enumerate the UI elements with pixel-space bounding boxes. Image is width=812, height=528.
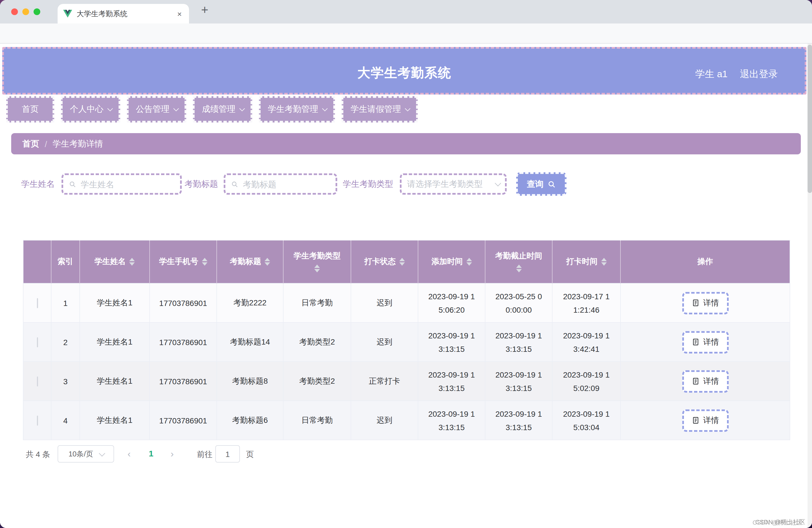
student-name-input[interactable] bbox=[61, 173, 182, 195]
student-name-field[interactable] bbox=[81, 179, 174, 189]
nav-item-home[interactable]: 首页 bbox=[6, 96, 54, 123]
browser-tab[interactable]: 大学生考勤系统 × bbox=[58, 4, 189, 24]
column-clock-time[interactable]: 打卡时间 bbox=[552, 240, 621, 283]
column-label: 添加时间 bbox=[432, 257, 463, 266]
row-checkbox[interactable] bbox=[37, 415, 38, 425]
scrollbar-thumb[interactable] bbox=[808, 45, 812, 193]
cell-name: 学生姓名1 bbox=[80, 361, 149, 401]
goto-label: 前往 bbox=[197, 450, 213, 460]
tab-close-icon[interactable]: × bbox=[176, 9, 184, 18]
column-status[interactable]: 打卡状态 bbox=[351, 240, 418, 283]
cell-name: 学生姓名1 bbox=[80, 323, 149, 361]
breadcrumb-separator: / bbox=[45, 139, 47, 148]
row-checkbox[interactable] bbox=[37, 298, 38, 308]
attendance-type-select[interactable]: 请选择学生考勤类型 bbox=[400, 173, 507, 195]
close-window-button[interactable] bbox=[11, 9, 18, 15]
sort-caret-icon[interactable] bbox=[399, 258, 405, 266]
cell-name: 学生姓名1 bbox=[80, 401, 149, 440]
cell-add-time: 2023-09-19 15:06:20 bbox=[418, 283, 485, 323]
document-icon bbox=[692, 299, 699, 307]
next-page-icon[interactable]: › bbox=[171, 448, 174, 460]
table-header-row: 索引 学生姓名 学生手机号 考勤标题 学生考勤类型 打卡状态 添加时间 考勤截止… bbox=[23, 240, 790, 283]
cell-type: 考勤类型2 bbox=[283, 361, 351, 401]
cell-name: 学生姓名1 bbox=[80, 283, 149, 323]
cell-deadline: 2023-09-19 13:13:15 bbox=[485, 323, 552, 361]
chevron-down-icon bbox=[322, 106, 328, 111]
sort-caret-icon[interactable] bbox=[129, 258, 135, 266]
app-title: 大学生考勤系统 bbox=[4, 64, 805, 82]
new-tab-button[interactable]: + bbox=[197, 2, 213, 18]
detail-button[interactable]: 详情 bbox=[682, 409, 728, 431]
column-title[interactable]: 考勤标题 bbox=[217, 240, 283, 283]
minimize-window-button[interactable] bbox=[23, 9, 29, 15]
detail-button[interactable]: 详情 bbox=[682, 292, 728, 314]
column-label: 学生考勤类型 bbox=[294, 251, 340, 261]
zoom-window-button[interactable] bbox=[33, 9, 40, 15]
search-button[interactable]: 查询 bbox=[516, 172, 566, 196]
total-count-label: 共 4 条 bbox=[26, 450, 50, 460]
table-row: 3 学生姓名1 17703786901 考勤标题8 考勤类型2 正常打卡 202… bbox=[23, 361, 790, 401]
column-label: 考勤标题 bbox=[230, 257, 261, 266]
cell-phone: 17703786901 bbox=[149, 283, 217, 323]
current-page-number[interactable]: 1 bbox=[149, 448, 154, 458]
page-scrollbar[interactable] bbox=[808, 44, 812, 528]
breadcrumb-home[interactable]: 首页 bbox=[23, 139, 39, 149]
current-user-label[interactable]: 学生 a1 bbox=[695, 68, 727, 81]
search-icon bbox=[548, 180, 556, 188]
cell-index: 1 bbox=[51, 283, 80, 323]
page-size-select[interactable]: 10条/页 bbox=[58, 445, 114, 462]
header-checkbox-cell bbox=[23, 240, 51, 283]
sort-caret-icon[interactable] bbox=[516, 265, 521, 272]
detail-button[interactable]: 详情 bbox=[682, 331, 728, 353]
nav-item-personal-center[interactable]: 个人中心 bbox=[61, 96, 120, 123]
chevron-down-icon bbox=[495, 180, 501, 187]
main-nav: 首页 个人中心 公告管理 成绩管理 学生考勤管理 学生请假管理 bbox=[6, 96, 418, 123]
select-placeholder: 请选择学生考勤类型 bbox=[407, 179, 491, 189]
row-checkbox[interactable] bbox=[37, 337, 38, 347]
attendance-title-field[interactable] bbox=[243, 179, 330, 189]
document-icon bbox=[692, 338, 699, 346]
nav-label: 成绩管理 bbox=[202, 104, 235, 115]
cell-clock-time: 2023-09-19 13:42:41 bbox=[552, 323, 621, 361]
chevron-down-icon bbox=[405, 106, 410, 111]
sort-caret-icon[interactable] bbox=[601, 258, 607, 266]
cell-phone: 17703786901 bbox=[149, 361, 217, 401]
page-size-value: 10条/页 bbox=[69, 449, 93, 459]
cell-phone: 17703786901 bbox=[149, 401, 217, 440]
browser-window: 大学生考勤系统 × + ← → ⟳ i localhost:8080/daxue… bbox=[0, 0, 812, 528]
detail-label: 详情 bbox=[703, 376, 719, 386]
logout-link[interactable]: 退出登录 bbox=[740, 68, 778, 81]
goto-page-input[interactable] bbox=[215, 445, 240, 462]
search-icon bbox=[231, 180, 238, 188]
cell-deadline: 2023-05-25 00:00:00 bbox=[485, 283, 552, 323]
sort-caret-icon[interactable] bbox=[466, 258, 472, 266]
nav-item-leave[interactable]: 学生请假管理 bbox=[342, 96, 418, 123]
detail-label: 详情 bbox=[703, 298, 719, 308]
column-add-time[interactable]: 添加时间 bbox=[418, 240, 485, 283]
column-student-name[interactable]: 学生姓名 bbox=[80, 240, 149, 283]
cell-status: 迟到 bbox=[351, 401, 418, 440]
nav-item-grades[interactable]: 成绩管理 bbox=[193, 96, 252, 123]
vue-favicon-icon bbox=[63, 10, 72, 18]
prev-page-icon[interactable]: ‹ bbox=[128, 448, 131, 460]
nav-label: 首页 bbox=[22, 104, 39, 115]
cell-title: 考勤2222 bbox=[217, 283, 283, 323]
nav-item-attendance[interactable]: 学生考勤管理 bbox=[259, 96, 335, 123]
sort-caret-icon[interactable] bbox=[202, 258, 207, 266]
row-checkbox[interactable] bbox=[37, 376, 38, 386]
column-actions: 操作 bbox=[621, 240, 790, 283]
cell-title: 考勤标题14 bbox=[217, 323, 283, 361]
breadcrumb-current: 学生考勤详情 bbox=[53, 139, 103, 149]
column-phone[interactable]: 学生手机号 bbox=[149, 240, 217, 283]
nav-item-announcement[interactable]: 公告管理 bbox=[127, 96, 186, 123]
tab-strip: 大学生考勤系统 × + bbox=[0, 0, 812, 24]
attendance-title-input[interactable] bbox=[224, 173, 337, 195]
nav-label: 公告管理 bbox=[136, 104, 170, 115]
search-button-label: 查询 bbox=[527, 179, 543, 189]
column-label: 打卡时间 bbox=[566, 257, 597, 266]
sort-caret-icon[interactable] bbox=[264, 258, 270, 266]
column-type[interactable]: 学生考勤类型 bbox=[283, 240, 351, 283]
column-deadline[interactable]: 考勤截止时间 bbox=[485, 240, 552, 283]
detail-button[interactable]: 详情 bbox=[682, 370, 728, 393]
sort-caret-icon[interactable] bbox=[314, 265, 320, 272]
